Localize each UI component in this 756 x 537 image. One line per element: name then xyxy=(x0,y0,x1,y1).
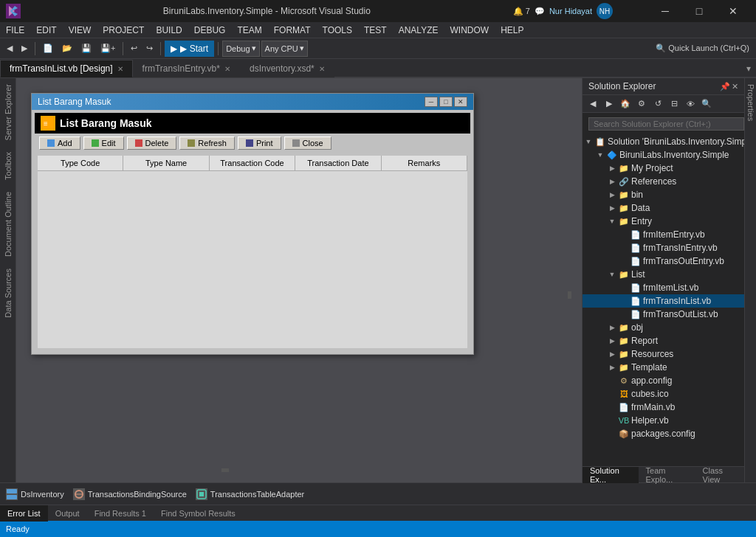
properties-label[interactable]: Properties xyxy=(746,78,756,127)
tree-solution[interactable]: ▼ 📋 Solution 'BiruniLabs.Inventory.Simpl xyxy=(583,135,744,148)
tb-search[interactable]: 🔍 Quick Launch (Ctrl+Q) xyxy=(652,41,753,57)
tab-close-icon[interactable]: ✕ xyxy=(319,65,325,73)
sidebar-toolbox[interactable]: Toolbox xyxy=(2,146,14,186)
se-home-btn[interactable]: 🏠 xyxy=(618,97,633,111)
tab-ds-inventory[interactable]: dsInventory.xsd* ✕ xyxy=(240,60,334,77)
tb-redo[interactable]: ↪ xyxy=(142,41,157,57)
tree-frmtransinentry[interactable]: 📄 frmTransInEntry.vb xyxy=(583,241,744,254)
se-collapse-btn[interactable]: ⊟ xyxy=(667,97,681,111)
tab-close-icon[interactable]: ✕ xyxy=(117,65,123,73)
se-tab-class[interactable]: Class View xyxy=(695,467,744,483)
start-button[interactable]: ▶ ▶ Start xyxy=(165,41,214,57)
bin-arrow: ▶ xyxy=(606,189,618,201)
tree-frmitementry[interactable]: 📄 frmItemEntry.vb xyxy=(583,228,744,241)
col-remarks: Remarks xyxy=(382,156,467,170)
tree-entry[interactable]: ▼ 📁 Entry xyxy=(583,215,744,228)
tab-overflow-button[interactable]: ▾ xyxy=(741,60,756,77)
se-show-all-btn[interactable]: 👁 xyxy=(683,97,698,111)
tree-frmitemlist[interactable]: 📄 frmItemList.vb xyxy=(583,281,744,294)
debug-dropdown[interactable]: Debug ▾ xyxy=(222,41,259,57)
vb-icon5: 📄 xyxy=(630,295,642,307)
tree-frmtransoutentry[interactable]: 📄 frmTransOutEntry.vb xyxy=(583,254,744,268)
minimize-button[interactable]: ─ xyxy=(648,0,682,22)
sidebar-server-explorer[interactable]: Server Explorer xyxy=(2,78,14,146)
tree-data[interactable]: ▶ 📁 Data xyxy=(583,201,744,215)
tree-frmmain[interactable]: 📄 frmMain.vb xyxy=(583,401,744,414)
cpu-dropdown[interactable]: Any CPU ▾ xyxy=(261,41,308,57)
tab-frm-translist-design[interactable]: frmTransInList.vb [Design] ✕ xyxy=(0,60,133,77)
tree-project[interactable]: ▼ 🔷 BiruniLabs.Inventory.Simple xyxy=(583,148,744,162)
se-settings-btn[interactable]: ⚙ xyxy=(634,97,649,111)
tb-back[interactable]: ◀ xyxy=(3,41,16,57)
btab-errorlist[interactable]: Error List xyxy=(0,505,48,522)
pin-icon[interactable]: 📌 xyxy=(720,82,730,91)
form-minimize[interactable]: ─ xyxy=(425,97,438,107)
tree-frmtransoutlist[interactable]: 📄 frmTransOutList.vb xyxy=(583,308,744,321)
menu-format[interactable]: FORMAT xyxy=(268,22,317,38)
se-back-btn[interactable]: ◀ xyxy=(585,97,600,111)
tb-new[interactable]: 📄 xyxy=(39,41,57,57)
se-search-btn[interactable]: 🔍 xyxy=(699,97,714,111)
menu-window[interactable]: WINDOW xyxy=(444,22,495,38)
tree-cubesico[interactable]: 🖼 cubes.ico xyxy=(583,387,744,401)
tree-references[interactable]: ▶ 🔗 References xyxy=(583,175,744,188)
btab-output[interactable]: Output xyxy=(48,505,87,522)
user-label: Nur Hidayat xyxy=(549,7,592,15)
add-button[interactable]: Add xyxy=(39,136,80,150)
se-close-icon[interactable]: ✕ xyxy=(732,82,738,91)
sidebar-document-outline[interactable]: Document Outline xyxy=(2,186,14,263)
refresh-button[interactable]: Refresh xyxy=(179,136,235,150)
maximize-button[interactable]: □ xyxy=(682,0,716,22)
se-tab-team[interactable]: Team Explo... xyxy=(639,467,695,483)
tree-obj[interactable]: ▶ 📁 obj xyxy=(583,321,744,334)
close-form-button[interactable]: Close xyxy=(284,136,331,150)
se-search-input[interactable] xyxy=(588,117,744,131)
btab-findresults1[interactable]: Find Results 1 xyxy=(87,505,154,522)
delete-button[interactable]: Delete xyxy=(127,136,177,150)
tree-list[interactable]: ▼ 📁 List xyxy=(583,268,744,281)
print-button[interactable]: Print xyxy=(238,136,281,150)
tb-open[interactable]: 📂 xyxy=(58,41,76,57)
menu-view[interactable]: VIEW xyxy=(63,22,97,38)
menu-file[interactable]: FILE xyxy=(0,22,30,38)
menu-help[interactable]: HELP xyxy=(495,22,529,38)
tree-packagesconfig[interactable]: 📦 packages.config xyxy=(583,427,744,440)
menu-tools[interactable]: TOOLS xyxy=(317,22,358,38)
ct-tableadapter[interactable]: TransactionsTableAdapter xyxy=(196,488,304,500)
tb-forward[interactable]: ▶ xyxy=(18,41,31,57)
tree-report[interactable]: ▶ 📁 Report xyxy=(583,334,744,347)
edit-button[interactable]: Edit xyxy=(83,136,124,150)
tab-close-icon[interactable]: ✕ xyxy=(224,65,230,73)
menu-analyze[interactable]: ANALYZE xyxy=(393,22,444,38)
menu-project[interactable]: PROJECT xyxy=(97,22,150,38)
ct-bindingsource[interactable]: TransactionsBindingSource xyxy=(73,488,187,500)
form-maximize[interactable]: □ xyxy=(439,97,453,107)
tree-helper[interactable]: VB Helper.vb xyxy=(583,414,744,427)
tree-template[interactable]: ▶ 📁 Template xyxy=(583,361,744,374)
se-tab-solution[interactable]: Solution Ex... xyxy=(583,467,639,483)
menu-test[interactable]: TEST xyxy=(358,22,393,38)
resize-handle-right[interactable] xyxy=(568,291,571,299)
tb-saveall[interactable]: 💾+ xyxy=(97,41,119,57)
se-forward-btn[interactable]: ▶ xyxy=(602,97,616,111)
ct-dsinventory[interactable]: DsInventory xyxy=(6,488,64,500)
btab-findsymbol[interactable]: Find Symbol Results xyxy=(154,505,243,522)
close-button[interactable]: ✕ xyxy=(716,0,750,22)
se-refresh-btn[interactable]: ↺ xyxy=(650,97,665,111)
tree-appconfig[interactable]: ⚙ app.config xyxy=(583,374,744,387)
menu-debug[interactable]: DEBUG xyxy=(188,22,232,38)
sidebar-data-sources[interactable]: Data Sources xyxy=(2,263,14,324)
menu-build[interactable]: BUILD xyxy=(150,22,188,38)
tree-my-project[interactable]: ▶ 📁 My Project xyxy=(583,162,744,175)
tree-resources[interactable]: ▶ 📁 Resources xyxy=(583,347,744,361)
menu-edit[interactable]: EDIT xyxy=(30,22,62,38)
menu-team[interactable]: TEAM xyxy=(231,22,267,38)
tb-save[interactable]: 💾 xyxy=(78,41,95,57)
form-close[interactable]: ✕ xyxy=(454,97,467,107)
tree-bin[interactable]: ▶ 📁 bin xyxy=(583,188,744,201)
resize-handle-bottom[interactable] xyxy=(221,468,229,472)
tab-frm-transentry[interactable]: frmTransInEntry.vb* ✕ xyxy=(133,60,240,77)
tb-undo[interactable]: ↩ xyxy=(127,41,141,57)
col-type-name: Type Name xyxy=(123,156,209,170)
tree-frmtransinlist[interactable]: 📄 frmTransInList.vb xyxy=(583,294,744,308)
